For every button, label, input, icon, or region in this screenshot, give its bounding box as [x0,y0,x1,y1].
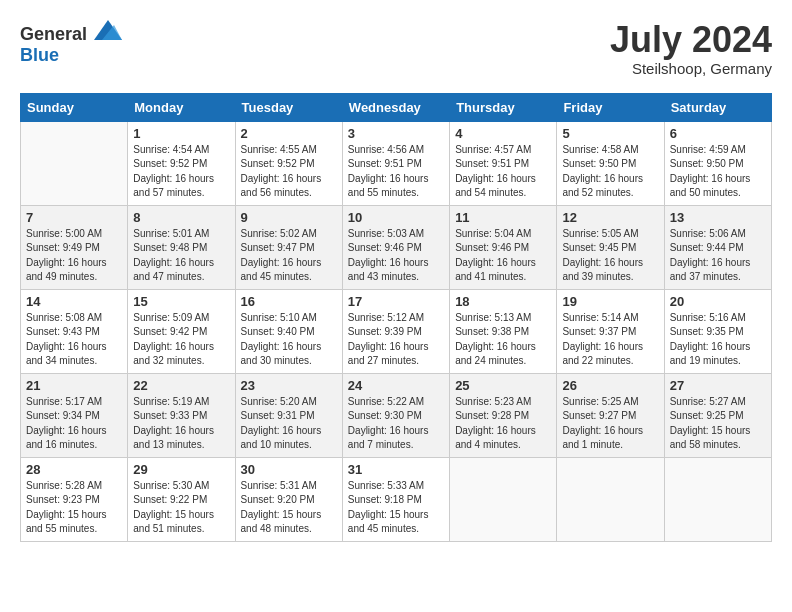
day-number: 26 [562,378,658,393]
day-info: Sunrise: 5:02 AMSunset: 9:47 PMDaylight:… [241,227,337,285]
day-info: Sunrise: 5:25 AMSunset: 9:27 PMDaylight:… [562,395,658,453]
day-info: Sunrise: 5:30 AMSunset: 9:22 PMDaylight:… [133,479,229,537]
day-info: Sunrise: 5:23 AMSunset: 9:28 PMDaylight:… [455,395,551,453]
day-number: 25 [455,378,551,393]
day-info: Sunrise: 5:12 AMSunset: 9:39 PMDaylight:… [348,311,444,369]
day-info: Sunrise: 5:00 AMSunset: 9:49 PMDaylight:… [26,227,122,285]
day-info: Sunrise: 5:27 AMSunset: 9:25 PMDaylight:… [670,395,766,453]
calendar-header-friday: Friday [557,93,664,121]
day-info: Sunrise: 5:17 AMSunset: 9:34 PMDaylight:… [26,395,122,453]
calendar-header-saturday: Saturday [664,93,771,121]
calendar-header-monday: Monday [128,93,235,121]
calendar-day: 7Sunrise: 5:00 AMSunset: 9:49 PMDaylight… [21,205,128,289]
day-info: Sunrise: 5:06 AMSunset: 9:44 PMDaylight:… [670,227,766,285]
logo-general: General [20,24,87,44]
calendar-header-thursday: Thursday [450,93,557,121]
day-info: Sunrise: 4:55 AMSunset: 9:52 PMDaylight:… [241,143,337,201]
calendar-day: 5Sunrise: 4:58 AMSunset: 9:50 PMDaylight… [557,121,664,205]
day-info: Sunrise: 5:09 AMSunset: 9:42 PMDaylight:… [133,311,229,369]
calendar-day: 4Sunrise: 4:57 AMSunset: 9:51 PMDaylight… [450,121,557,205]
calendar-day: 1Sunrise: 4:54 AMSunset: 9:52 PMDaylight… [128,121,235,205]
calendar-day: 27Sunrise: 5:27 AMSunset: 9:25 PMDayligh… [664,373,771,457]
day-number: 17 [348,294,444,309]
day-number: 10 [348,210,444,225]
day-info: Sunrise: 5:05 AMSunset: 9:45 PMDaylight:… [562,227,658,285]
day-number: 31 [348,462,444,477]
day-info: Sunrise: 5:01 AMSunset: 9:48 PMDaylight:… [133,227,229,285]
calendar-day [557,457,664,541]
logo-blue: Blue [20,45,59,65]
calendar-week-row: 21Sunrise: 5:17 AMSunset: 9:34 PMDayligh… [21,373,772,457]
day-number: 11 [455,210,551,225]
calendar-day: 11Sunrise: 5:04 AMSunset: 9:46 PMDayligh… [450,205,557,289]
calendar-day: 12Sunrise: 5:05 AMSunset: 9:45 PMDayligh… [557,205,664,289]
day-info: Sunrise: 5:16 AMSunset: 9:35 PMDaylight:… [670,311,766,369]
day-number: 19 [562,294,658,309]
day-info: Sunrise: 5:28 AMSunset: 9:23 PMDaylight:… [26,479,122,537]
day-number: 7 [26,210,122,225]
calendar-day: 9Sunrise: 5:02 AMSunset: 9:47 PMDaylight… [235,205,342,289]
day-number: 8 [133,210,229,225]
day-info: Sunrise: 5:20 AMSunset: 9:31 PMDaylight:… [241,395,337,453]
calendar-day: 3Sunrise: 4:56 AMSunset: 9:51 PMDaylight… [342,121,449,205]
calendar-day: 28Sunrise: 5:28 AMSunset: 9:23 PMDayligh… [21,457,128,541]
calendar-week-row: 14Sunrise: 5:08 AMSunset: 9:43 PMDayligh… [21,289,772,373]
day-info: Sunrise: 4:54 AMSunset: 9:52 PMDaylight:… [133,143,229,201]
day-number: 16 [241,294,337,309]
calendar-day: 13Sunrise: 5:06 AMSunset: 9:44 PMDayligh… [664,205,771,289]
day-info: Sunrise: 5:22 AMSunset: 9:30 PMDaylight:… [348,395,444,453]
calendar-header-sunday: Sunday [21,93,128,121]
month-title: July 2024 [610,20,772,60]
day-number: 4 [455,126,551,141]
calendar-day: 14Sunrise: 5:08 AMSunset: 9:43 PMDayligh… [21,289,128,373]
calendar-day: 10Sunrise: 5:03 AMSunset: 9:46 PMDayligh… [342,205,449,289]
calendar-day: 24Sunrise: 5:22 AMSunset: 9:30 PMDayligh… [342,373,449,457]
calendar-week-row: 1Sunrise: 4:54 AMSunset: 9:52 PMDaylight… [21,121,772,205]
calendar-day: 30Sunrise: 5:31 AMSunset: 9:20 PMDayligh… [235,457,342,541]
calendar-day: 16Sunrise: 5:10 AMSunset: 9:40 PMDayligh… [235,289,342,373]
logo-icon [94,20,122,40]
day-number: 3 [348,126,444,141]
day-info: Sunrise: 4:58 AMSunset: 9:50 PMDaylight:… [562,143,658,201]
logo: General Blue [20,20,122,66]
day-info: Sunrise: 5:31 AMSunset: 9:20 PMDaylight:… [241,479,337,537]
day-info: Sunrise: 4:56 AMSunset: 9:51 PMDaylight:… [348,143,444,201]
calendar-day: 8Sunrise: 5:01 AMSunset: 9:48 PMDaylight… [128,205,235,289]
day-info: Sunrise: 4:59 AMSunset: 9:50 PMDaylight:… [670,143,766,201]
day-number: 6 [670,126,766,141]
day-info: Sunrise: 5:19 AMSunset: 9:33 PMDaylight:… [133,395,229,453]
day-info: Sunrise: 4:57 AMSunset: 9:51 PMDaylight:… [455,143,551,201]
calendar-week-row: 28Sunrise: 5:28 AMSunset: 9:23 PMDayligh… [21,457,772,541]
day-number: 15 [133,294,229,309]
day-number: 23 [241,378,337,393]
calendar-header-tuesday: Tuesday [235,93,342,121]
calendar-day: 18Sunrise: 5:13 AMSunset: 9:38 PMDayligh… [450,289,557,373]
day-number: 9 [241,210,337,225]
day-info: Sunrise: 5:03 AMSunset: 9:46 PMDaylight:… [348,227,444,285]
calendar-day [664,457,771,541]
title-block: July 2024 Steilshoop, Germany [610,20,772,77]
calendar-day: 25Sunrise: 5:23 AMSunset: 9:28 PMDayligh… [450,373,557,457]
day-info: Sunrise: 5:10 AMSunset: 9:40 PMDaylight:… [241,311,337,369]
calendar-day: 29Sunrise: 5:30 AMSunset: 9:22 PMDayligh… [128,457,235,541]
calendar-week-row: 7Sunrise: 5:00 AMSunset: 9:49 PMDaylight… [21,205,772,289]
day-number: 12 [562,210,658,225]
day-number: 1 [133,126,229,141]
day-number: 14 [26,294,122,309]
day-number: 13 [670,210,766,225]
calendar-day: 19Sunrise: 5:14 AMSunset: 9:37 PMDayligh… [557,289,664,373]
day-number: 20 [670,294,766,309]
day-number: 28 [26,462,122,477]
day-number: 5 [562,126,658,141]
day-info: Sunrise: 5:13 AMSunset: 9:38 PMDaylight:… [455,311,551,369]
day-info: Sunrise: 5:33 AMSunset: 9:18 PMDaylight:… [348,479,444,537]
day-number: 18 [455,294,551,309]
calendar-day: 17Sunrise: 5:12 AMSunset: 9:39 PMDayligh… [342,289,449,373]
day-number: 29 [133,462,229,477]
calendar-day [450,457,557,541]
day-number: 2 [241,126,337,141]
calendar-day: 15Sunrise: 5:09 AMSunset: 9:42 PMDayligh… [128,289,235,373]
calendar-day: 26Sunrise: 5:25 AMSunset: 9:27 PMDayligh… [557,373,664,457]
calendar-day: 6Sunrise: 4:59 AMSunset: 9:50 PMDaylight… [664,121,771,205]
calendar-day: 22Sunrise: 5:19 AMSunset: 9:33 PMDayligh… [128,373,235,457]
